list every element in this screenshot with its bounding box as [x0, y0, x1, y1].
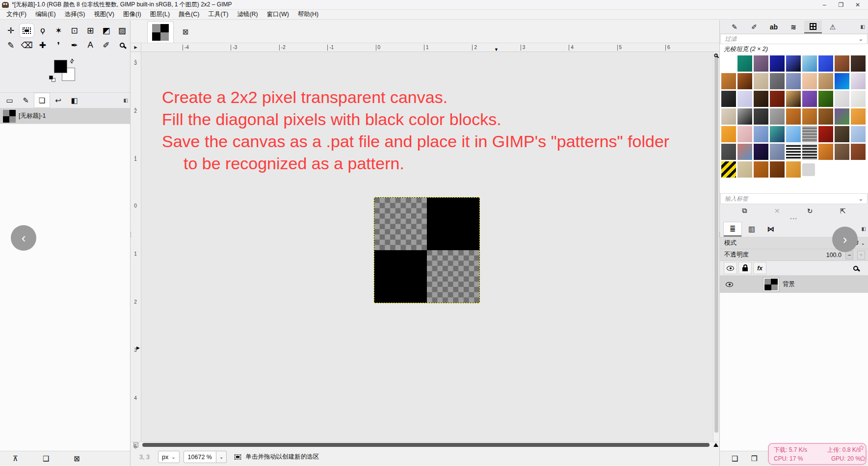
vertical-scrollbar[interactable]	[713, 52, 719, 441]
pattern-swatch[interactable]	[770, 55, 785, 72]
pattern-swatch[interactable]	[721, 126, 736, 142]
open-folder-button[interactable]: ❒	[751, 454, 757, 463]
tab-tool-options[interactable]: ▭	[2, 93, 17, 107]
layer-visibility-eye-icon[interactable]	[726, 282, 733, 287]
refresh-patterns-button[interactable]: ↻	[807, 207, 813, 215]
pattern-swatch[interactable]	[818, 91, 833, 107]
pattern-swatch[interactable]	[770, 73, 785, 89]
zoom-tool[interactable]	[115, 38, 129, 52]
minimize-button[interactable]: –	[816, 0, 833, 9]
pattern-swatch[interactable]	[770, 108, 785, 125]
pattern-swatch[interactable]	[786, 91, 801, 107]
pattern-swatch[interactable]	[802, 108, 817, 125]
tab-error-console[interactable]: ⚠	[824, 21, 842, 33]
paintbrush-tool[interactable]: ✎	[4, 38, 18, 52]
vertical-ruler[interactable]: ▶ -3-2-1012345	[131, 52, 141, 441]
pattern-swatch[interactable]	[786, 73, 801, 89]
color-picker-tool[interactable]: ✐	[99, 38, 113, 52]
pixel-top-left-transparent[interactable]	[374, 198, 427, 250]
pattern-swatch[interactable]	[802, 126, 817, 142]
pattern-swatch[interactable]	[851, 108, 866, 125]
zoom-value[interactable]: 10672 %	[184, 451, 216, 463]
image-tab-active[interactable]	[147, 21, 174, 43]
pattern-filter-input[interactable]: 过滤 ⌄	[720, 34, 868, 44]
search-layers-icon[interactable]	[853, 266, 858, 271]
pattern-swatch[interactable]	[818, 55, 833, 72]
canvas-viewport[interactable]: Create a 2x2 pixel transparent canvas.Fi…	[141, 52, 713, 441]
opacity-increase-button[interactable]: +	[857, 251, 865, 259]
pattern-swatch[interactable]	[770, 126, 785, 142]
canvas-image-2x2[interactable]	[374, 197, 480, 303]
layers-list-empty-area[interactable]	[720, 293, 868, 451]
duplicate-pattern-button[interactable]: ⧉	[742, 207, 747, 215]
restore-button[interactable]: ❐	[833, 0, 849, 9]
horizontal-ruler[interactable]: ▼ -4-3-2-10123456	[141, 43, 719, 52]
pattern-swatch[interactable]	[802, 91, 817, 107]
menu-item-4[interactable]: 图像(I)	[119, 10, 146, 19]
next-overlay-button[interactable]: ›	[832, 227, 858, 252]
pattern-swatch[interactable]	[721, 55, 736, 72]
pattern-swatch[interactable]	[737, 161, 752, 178]
fuzzy-select-tool[interactable]: ✶	[52, 24, 65, 37]
eraser-tool[interactable]: ⌫	[20, 38, 33, 52]
collapse-layers-dock-icon[interactable]: ◧	[862, 226, 866, 232]
text-tool[interactable]: A	[83, 38, 97, 52]
pattern-swatch[interactable]	[835, 108, 849, 125]
pattern-swatch[interactable]	[721, 73, 736, 89]
grid-resize-handle[interactable]	[802, 163, 815, 176]
pattern-swatch[interactable]	[835, 126, 849, 142]
pattern-swatch[interactable]	[721, 91, 736, 107]
pattern-swatch[interactable]	[770, 144, 785, 160]
ink-tool[interactable]: ✒	[68, 38, 81, 52]
layer-row-background[interactable]: 背景	[720, 276, 868, 293]
pattern-swatch[interactable]	[802, 144, 817, 160]
tag-input[interactable]: 输入标签 ⌄	[720, 193, 868, 204]
smudge-tool[interactable]: ❜	[52, 38, 65, 52]
pattern-swatch[interactable]	[754, 91, 768, 107]
pixel-bottom-left-black[interactable]	[374, 250, 427, 303]
pattern-swatch[interactable]	[786, 55, 801, 72]
menu-item-5[interactable]: 图层(L)	[146, 10, 174, 19]
open-image-list-item[interactable]: [无标题]-1	[0, 108, 130, 124]
pixel-top-right-black[interactable]	[427, 198, 479, 250]
navigation-preview-button[interactable]	[712, 442, 719, 448]
default-colors-icon[interactable]	[49, 76, 56, 82]
pattern-swatch[interactable]	[737, 55, 752, 72]
pixel-bottom-right-transparent[interactable]	[427, 250, 479, 303]
tab-paths[interactable]: ⋈	[762, 222, 780, 236]
chevron-down-icon[interactable]: ⌄	[216, 451, 227, 463]
pattern-swatch[interactable]	[754, 161, 768, 178]
heal-tool[interactable]: ✚	[36, 38, 50, 52]
horizontal-scrollbar-thumb[interactable]	[142, 443, 710, 447]
rectangle-select-tool[interactable]	[20, 24, 33, 37]
menu-item-1[interactable]: 编辑(E)	[31, 10, 60, 19]
tab-device-status[interactable]: ✎	[18, 93, 33, 107]
tab-brushes[interactable]: ✎	[726, 21, 743, 33]
empty-image-tab-icon[interactable]: ⊠	[183, 27, 189, 36]
close-button[interactable]: ✕	[849, 0, 866, 9]
menu-item-10[interactable]: 帮助(H)	[293, 10, 323, 19]
foreground-color-swatch[interactable]	[54, 60, 67, 73]
pattern-swatch[interactable]	[721, 144, 736, 160]
pattern-swatch[interactable]	[754, 144, 768, 160]
crop-tool[interactable]: ⊡	[68, 24, 81, 37]
pattern-swatch[interactable]	[786, 161, 801, 178]
menu-item-6[interactable]: 颜色(C)	[174, 10, 204, 19]
pattern-swatch[interactable]	[818, 144, 833, 160]
pattern-swatch[interactable]	[770, 91, 785, 107]
tab-layers[interactable]: ≣	[724, 222, 741, 236]
pattern-swatch[interactable]	[737, 73, 752, 89]
raise-displays-button[interactable]: ⊼	[13, 454, 18, 463]
pattern-swatch[interactable]	[802, 73, 817, 89]
tab-channels[interactable]: ▥	[743, 222, 761, 236]
pattern-swatch[interactable]	[737, 108, 752, 125]
tab-fonts[interactable]: ab	[765, 21, 783, 33]
pattern-swatch[interactable]	[835, 73, 849, 89]
open-pattern-as-image-button[interactable]: ⇱	[840, 207, 846, 215]
new-image-button[interactable]: ❑	[732, 454, 738, 463]
horizontal-scrollbar[interactable]	[141, 442, 712, 448]
swap-colors-icon[interactable]: ⇄	[68, 57, 76, 65]
pattern-swatch[interactable]	[786, 126, 801, 142]
move-tool[interactable]: ✛	[4, 24, 18, 37]
pattern-swatch[interactable]	[818, 108, 833, 125]
